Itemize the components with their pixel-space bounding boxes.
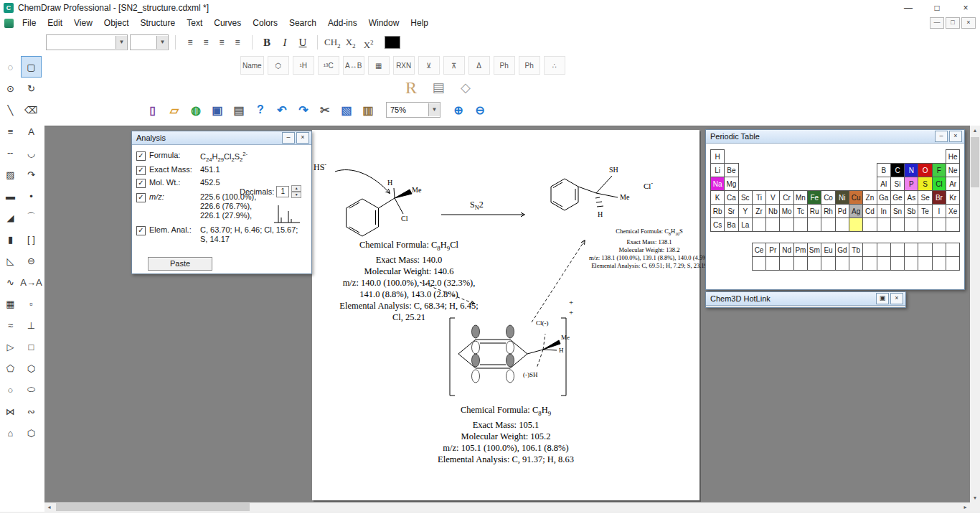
element-cell[interactable] [918, 217, 932, 232]
reactant-structure[interactable] [335, 170, 412, 236]
color-swatch[interactable] [385, 36, 400, 49]
std-tool-icon[interactable]: ↶ [274, 102, 290, 118]
minimize-button[interactable]: — [894, 0, 923, 16]
element-cell[interactable]: H [710, 149, 725, 164]
stamp-icon[interactable]: ◇ [456, 78, 475, 98]
element-cell[interactable]: Ne [946, 163, 960, 177]
element-cell[interactable]: Ni [835, 190, 849, 205]
palette-tool-icon[interactable]: ▮ [0, 228, 21, 250]
chem-tool-icon[interactable]: ∴ [544, 56, 565, 75]
element-cell[interactable] [932, 256, 946, 271]
mol-wt-checkbox[interactable]: ✓ [136, 179, 146, 188]
element-cell[interactable]: Xe [946, 204, 960, 218]
palette-tool-icon[interactable]: ≈ [0, 314, 21, 336]
element-cell[interactable]: Mn [793, 190, 808, 205]
element-cell[interactable]: P [904, 177, 918, 191]
element-cell[interactable]: Si [890, 177, 905, 191]
element-cell[interactable]: Nb [765, 204, 780, 218]
element-cell[interactable] [890, 256, 905, 271]
palette-tool-icon[interactable]: ⬭ [21, 379, 42, 401]
reactant-analysis-text[interactable]: Chemical Formula: C8H9ClExact Mass: 140.… [312, 239, 506, 323]
std-tool-icon[interactable]: ✂ [317, 102, 333, 118]
element-cell[interactable]: Sc [738, 190, 753, 205]
font-size-combo[interactable]: ▼ [130, 34, 169, 50]
std-tool-icon[interactable]: ▯ [145, 102, 161, 118]
palette-tool-icon[interactable]: ↻ [21, 78, 42, 99]
formula-style-button[interactable]: CH2 [324, 35, 341, 50]
italic-button[interactable]: I [277, 35, 293, 50]
palette-tool-icon[interactable]: • [21, 185, 42, 207]
mz-checkbox[interactable]: ✓ [136, 193, 146, 202]
element-cell[interactable]: He [946, 149, 960, 164]
element-cell[interactable] [918, 243, 932, 257]
palette-tool-icon[interactable]: A→A [21, 271, 42, 293]
menu-item[interactable]: Window [363, 16, 405, 30]
periodic-table-titlebar[interactable]: Periodic Table – × [706, 130, 964, 144]
hotlink-titlebar[interactable]: Chem3D HotLink ▣ × [706, 292, 905, 306]
style-combo[interactable]: ▼ [46, 34, 128, 50]
scroll-down-arrow[interactable]: ▾ [970, 493, 980, 502]
menu-item[interactable]: View [68, 16, 98, 30]
element-cell[interactable]: Al [877, 177, 891, 191]
element-cell[interactable] [752, 217, 766, 232]
chem-tool-icon[interactable]: ¹³C [318, 56, 339, 75]
palette-tool-icon[interactable]: ≡ [0, 121, 21, 142]
palette-tool-icon[interactable]: ╲ [0, 99, 21, 121]
close-icon[interactable]: × [949, 131, 962, 142]
element-cell[interactable]: Ce [752, 243, 766, 257]
element-cell[interactable]: Ge [890, 190, 905, 205]
element-cell[interactable] [904, 243, 918, 257]
align-button[interactable]: ≡ [230, 35, 245, 50]
chem-tool-icon[interactable]: RXN [393, 56, 415, 75]
palette-tool-icon[interactable]: ╌ [0, 142, 21, 164]
element-cell[interactable]: Cr [779, 190, 793, 205]
element-cell[interactable]: Co [821, 190, 835, 205]
chem-tool-icon[interactable]: Ph [519, 56, 540, 75]
element-cell[interactable]: Tb [849, 243, 863, 257]
element-cell[interactable]: V [765, 190, 780, 205]
zoom-tool-icon[interactable]: ⊖ [472, 102, 488, 118]
menu-item[interactable]: Edit [42, 16, 68, 30]
element-cell[interactable]: Pr [765, 243, 780, 257]
element-cell[interactable]: N [904, 163, 918, 177]
std-tool-icon[interactable]: ◍ [188, 102, 204, 118]
palette-tool-icon[interactable]: ⌫ [21, 99, 42, 121]
element-cell[interactable] [862, 243, 877, 257]
stamp-icon[interactable]: ▤ [429, 78, 448, 98]
chem-tool-icon[interactable]: ⊻ [418, 56, 440, 75]
palette-tool-icon[interactable]: ⬠ [0, 357, 21, 379]
chevron-down-icon[interactable]: ▼ [156, 36, 168, 49]
element-cell[interactable] [904, 256, 918, 271]
element-cell[interactable]: Cl [932, 177, 946, 191]
menu-item[interactable]: Search [283, 16, 322, 30]
std-tool-icon[interactable]: ▧ [339, 102, 354, 118]
close-icon[interactable]: × [296, 132, 309, 144]
element-cell[interactable]: Ru [807, 204, 821, 218]
palette-tool-icon[interactable]: ▢ [21, 56, 42, 78]
formula-checkbox[interactable]: ✓ [136, 151, 146, 161]
element-cell[interactable]: Ag [849, 204, 863, 218]
child-restore-button[interactable]: □ [946, 17, 960, 29]
element-cell[interactable]: Cs [710, 217, 725, 232]
align-button[interactable]: ≡ [182, 35, 198, 50]
element-cell[interactable]: Te [918, 204, 932, 218]
element-cell[interactable]: Zn [862, 190, 877, 205]
horizontal-scrollbar[interactable]: ◂ ▸ [44, 502, 970, 512]
minimize-button[interactable]: – [935, 131, 948, 142]
ts-analysis-text[interactable]: Chemical Formula: C8H9Exact Mass: 105.1M… [395, 404, 617, 465]
palette-tool-icon[interactable]: ▦ [0, 293, 21, 314]
element-cell[interactable]: Y [738, 204, 753, 218]
palette-tool-icon[interactable]: ◺ [0, 250, 21, 271]
palette-tool-icon[interactable]: ▨ [0, 164, 21, 185]
element-cell[interactable]: Zr [752, 204, 766, 218]
scroll-up-arrow[interactable]: ▴ [970, 126, 980, 135]
element-cell[interactable] [946, 243, 960, 257]
palette-tool-icon[interactable]: ◡ [21, 142, 42, 164]
vertical-scroll-thumb[interactable] [971, 137, 979, 187]
decimals-value[interactable]: 1 [276, 186, 289, 197]
element-cell[interactable]: Ba [724, 217, 738, 232]
element-cell[interactable] [877, 217, 891, 232]
element-cell[interactable]: Pm [793, 243, 808, 257]
product-structure[interactable] [551, 176, 618, 210]
vertical-scrollbar[interactable]: ▴ ▾ [970, 126, 980, 502]
